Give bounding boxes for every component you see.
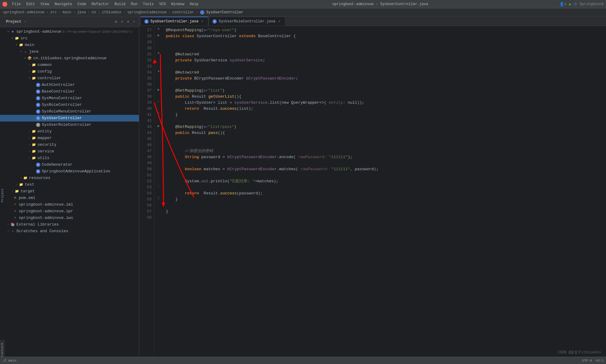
project-panel-tab[interactable]: Project bbox=[1, 178, 4, 202]
tree-item-entity[interactable]: › 📁 entity bbox=[0, 128, 139, 135]
tree-item-config[interactable]: › 📁 config bbox=[0, 68, 139, 75]
tree-item-scratches[interactable]: › ✎ Scratches and Consoles bbox=[0, 228, 139, 235]
gutter-icon-27[interactable]: ● bbox=[154, 26, 163, 32]
crumb-main[interactable]: main bbox=[63, 10, 71, 15]
code-line-47: //加密后的密码 bbox=[166, 148, 606, 154]
watermark: CSDN @蓝盒子itbluebox bbox=[558, 350, 601, 355]
tree-item-sysmenucontroller[interactable]: C SysMenuController bbox=[0, 95, 139, 102]
tree-item-sysusercontroller[interactable]: C SysUserController bbox=[0, 115, 139, 122]
status-bar: ⎇ main UTF-8 43:1 bbox=[0, 357, 606, 364]
gutter-icon-34[interactable]: ● bbox=[154, 68, 163, 74]
close-panel-btn[interactable]: × bbox=[132, 19, 137, 24]
tab-close-btn[interactable]: × bbox=[277, 19, 282, 24]
tab-close-btn[interactable]: × bbox=[200, 19, 204, 24]
crumb-controller[interactable]: controller bbox=[172, 10, 194, 15]
crumb-java[interactable]: java bbox=[77, 10, 86, 15]
tree-item-resources[interactable]: › 📁 resources bbox=[0, 175, 139, 181]
collapse-all-btn[interactable]: ⊞ bbox=[114, 19, 118, 24]
tab-sysusercontroller[interactable]: C SysUserController.java × bbox=[140, 17, 208, 26]
tree-item-authcontroller[interactable]: C AuthController bbox=[0, 82, 139, 88]
menu-tools[interactable]: Tools bbox=[140, 2, 156, 7]
crumb-springbootadminvue[interactable]: springbootadminvue bbox=[127, 10, 167, 15]
crumb-src[interactable]: src bbox=[50, 10, 57, 15]
gutter-fold-54[interactable]: ⌐ bbox=[154, 183, 163, 189]
code-line-54: return Result.success(password); bbox=[166, 190, 606, 197]
sidebar-header: Project ▾ ⊞ ≡ ⚙ × bbox=[0, 16, 139, 27]
code-line-35: private BCryptPasswordEncoder bCryptPass… bbox=[166, 76, 606, 82]
gutter-fold-38[interactable]: ⌐ bbox=[154, 99, 163, 105]
tree-item-sysrolecontroller[interactable]: C SysRoleController bbox=[0, 102, 139, 108]
tree-item-service[interactable]: › 📁 service bbox=[0, 148, 139, 155]
menu-run[interactable]: Run bbox=[128, 2, 140, 7]
scroll-to-source-btn[interactable]: ≡ bbox=[120, 19, 124, 24]
gutter-run-28[interactable]: ▶ bbox=[154, 32, 163, 38]
code-line-34: @Autowired bbox=[166, 70, 606, 76]
gutter: ● ▶ ● ● ▶ ⌐ } bbox=[154, 26, 163, 364]
tree-item-iml[interactable]: ≡ springboot-adminvue.iml bbox=[0, 201, 139, 208]
tree-item-root[interactable]: ▾ ■ springboot-adminvue D:\ProgramWorkSp… bbox=[0, 28, 139, 35]
menu-navigate[interactable]: Navigate bbox=[52, 2, 74, 7]
folder-icon: 📁 bbox=[31, 142, 36, 147]
tree-item-pom[interactable]: m pom.xml bbox=[0, 195, 139, 201]
tree-item-sysuserrolecontroller[interactable]: C SysUserRoleController bbox=[0, 122, 139, 128]
code-line-53 bbox=[166, 184, 606, 190]
tab-label: SysUserRoleController.java bbox=[219, 19, 275, 24]
tree-item-target[interactable]: › 📁 target bbox=[0, 188, 139, 195]
tree-item-utils[interactable]: › 📁 utils bbox=[0, 155, 139, 161]
menu-vcs[interactable]: VCS bbox=[157, 2, 168, 7]
tree-item-package[interactable]: ▾ 📦 cn.itbluebox.springbootadminvue bbox=[0, 55, 139, 62]
menu-edit[interactable]: Edit bbox=[24, 2, 38, 7]
menu-code[interactable]: Code bbox=[75, 2, 89, 7]
tree-item-security[interactable]: › 📁 security bbox=[0, 141, 139, 148]
vcs-branch[interactable]: ⎇ main bbox=[2, 359, 16, 362]
menu-refactor[interactable]: Refactor bbox=[89, 2, 112, 7]
menu-window[interactable]: Window bbox=[169, 2, 187, 7]
gutter-run-37[interactable]: ▶ bbox=[154, 86, 163, 93]
code-line-42 bbox=[166, 118, 606, 124]
tab-sysuserrolecontroller[interactable]: C SysUserRoleController.java × bbox=[209, 17, 285, 26]
tree-item-controller[interactable]: ▾ 📁 controller bbox=[0, 75, 139, 82]
gutter-icon-31[interactable]: ● bbox=[154, 50, 163, 56]
crumb-project[interactable]: springboot-adminvue bbox=[3, 10, 44, 15]
encoding[interactable]: UTF-8 bbox=[582, 359, 592, 362]
project-dropdown[interactable]: ▾ bbox=[24, 20, 26, 24]
tab-bar: C SysUserController.java × C SysUserRole… bbox=[139, 16, 606, 26]
code-line-37: @GetMapping(⊙✓"list") bbox=[166, 88, 606, 94]
project-icon: ■ bbox=[10, 29, 15, 34]
crumb-itbluebox[interactable]: itbluebox bbox=[102, 10, 121, 15]
panel-settings-btn[interactable]: ⚙ bbox=[126, 19, 130, 24]
tree-item-basecontroller[interactable]: C BaseController bbox=[0, 88, 139, 95]
tree-item-codegenerator[interactable]: C CodeGenerator bbox=[0, 161, 139, 168]
run-button[interactable]: ▶ bbox=[569, 2, 571, 7]
tree-item-sysrolemenucontroller[interactable]: C SysRoleMenuController bbox=[0, 108, 139, 115]
menu-build[interactable]: Build bbox=[112, 2, 128, 7]
update-button[interactable]: ⟳ bbox=[574, 2, 577, 7]
code-line-27: @RequestMapping(⊙✓"/sys-user") bbox=[166, 27, 606, 33]
folder-icon: 📁 bbox=[31, 63, 36, 67]
menu-file[interactable]: File bbox=[10, 2, 23, 7]
tree-item-main[interactable]: ▾ 📁 main bbox=[0, 42, 139, 48]
menu-view[interactable]: View bbox=[38, 2, 52, 7]
code-line-33 bbox=[166, 63, 606, 70]
tree-item-test[interactable]: › 📁 test bbox=[0, 181, 139, 188]
code-line-36 bbox=[166, 82, 606, 88]
menu-help[interactable]: Help bbox=[187, 2, 201, 7]
tree-item-java[interactable]: ▾ ☕ java bbox=[0, 48, 139, 55]
tree-item-springbootapp[interactable]: C SpringbootAdminvueApplication bbox=[0, 168, 139, 175]
tree-item-ipr[interactable]: ≡ springboot-adminvue.ipr bbox=[0, 208, 139, 215]
tree-item-ext-libs[interactable]: › 📚 External Libraries bbox=[0, 221, 139, 228]
crumb-file[interactable]: SysUserController bbox=[206, 10, 243, 15]
code-line-45 bbox=[166, 136, 606, 142]
code-line-58 bbox=[166, 215, 606, 221]
tree-item-mapper[interactable]: › 📁 mapper bbox=[0, 135, 139, 141]
profile-icon[interactable]: 👤▾ bbox=[559, 2, 567, 7]
code-line-32: private SysUserService sysUserService; bbox=[166, 57, 606, 63]
tree-item-src[interactable]: ▾ 📁 src bbox=[0, 35, 139, 42]
tree-item-common[interactable]: › 📁 common bbox=[0, 62, 139, 68]
tree-item-iws[interactable]: ≡ springboot-adminvue.iws bbox=[0, 215, 139, 221]
code-line-46 bbox=[166, 142, 606, 148]
gutter-run-43[interactable]: ▶ bbox=[154, 123, 163, 129]
code-content[interactable]: @RequestMapping(⊙✓"/sys-user") public cl… bbox=[163, 26, 606, 364]
panel-controls: ⊞ ≡ ⚙ × bbox=[114, 19, 137, 24]
crumb-cn[interactable]: cn bbox=[92, 10, 96, 15]
